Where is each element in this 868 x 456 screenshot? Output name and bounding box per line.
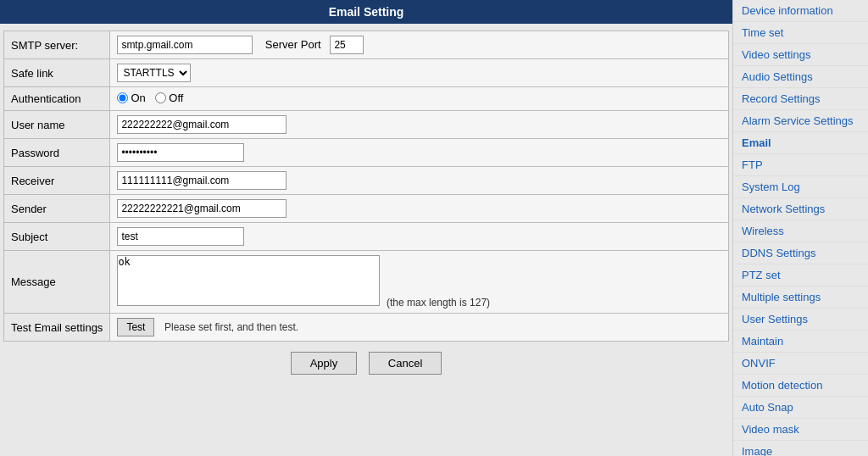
sidebar-link-email[interactable]: Email: [742, 136, 771, 149]
sidebar-link-alarm-service-settings[interactable]: Alarm Service Settings: [742, 114, 854, 127]
test-email-value-cell: Test Please set first, and then test.: [110, 314, 729, 342]
sidebar-link-ftp[interactable]: FTP: [742, 158, 763, 171]
auth-on-text: On: [131, 92, 145, 104]
sidebar-item-auto-snap[interactable]: Auto Snap: [733, 397, 868, 419]
message-max-hint: (the max length is 127): [387, 297, 490, 309]
sidebar-link-user-settings[interactable]: User Settings: [742, 313, 808, 325]
smtp-row: SMTP server: Server Port: [4, 31, 729, 59]
sender-input[interactable]: [117, 199, 287, 218]
safe-link-value-cell: STARTTLS SSL None: [110, 59, 729, 87]
test-button[interactable]: Test: [117, 318, 154, 336]
message-textarea[interactable]: ok: [117, 255, 380, 306]
sidebar-item-email[interactable]: Email: [733, 132, 868, 154]
username-label: User name: [4, 111, 110, 139]
receiver-label: Receiver: [4, 167, 110, 195]
sidebar-item-device-information[interactable]: Device information: [733, 0, 868, 22]
authentication-row: Authentication On Off: [4, 87, 729, 111]
test-hint: Please set first, and then test.: [164, 321, 298, 333]
apply-button[interactable]: Apply: [291, 352, 358, 375]
subject-label: Subject: [4, 223, 110, 251]
sidebar-link-multiple-settings[interactable]: Multiple settings: [742, 291, 821, 303]
receiver-input[interactable]: [117, 171, 287, 190]
subject-value-cell: [110, 223, 729, 251]
sidebar-item-ftp[interactable]: FTP: [733, 154, 868, 176]
sidebar-link-system-log[interactable]: System Log: [742, 181, 800, 193]
cancel-button[interactable]: Cancel: [369, 352, 442, 375]
button-row: Apply Cancel: [3, 342, 729, 385]
sidebar-item-onvif[interactable]: ONVIF: [733, 353, 868, 375]
sidebar-item-system-log[interactable]: System Log: [733, 176, 868, 198]
safe-link-row: Safe link STARTTLS SSL None: [4, 59, 729, 87]
sidebar-link-video-mask[interactable]: Video mask: [742, 423, 799, 436]
auth-off-label[interactable]: Off: [155, 92, 183, 104]
username-row: User name: [4, 111, 729, 139]
message-value-cell: ok (the max length is 127): [110, 251, 729, 314]
auth-off-radio[interactable]: [155, 92, 166, 103]
safe-link-select[interactable]: STARTTLS SSL None: [117, 64, 191, 82]
sidebar-link-ptz-set[interactable]: PTZ set: [742, 269, 781, 281]
smtp-input[interactable]: [117, 36, 253, 54]
sidebar-item-maintain[interactable]: Maintain: [733, 331, 868, 353]
sidebar-item-video-mask[interactable]: Video mask: [733, 419, 868, 441]
sidebar-item-motion-detection[interactable]: Motion detection: [733, 375, 868, 397]
password-row: Password: [4, 139, 729, 167]
sidebar-item-user-settings[interactable]: User Settings: [733, 309, 868, 331]
sidebar-link-network-settings[interactable]: Network Settings: [742, 203, 825, 215]
username-input[interactable]: [117, 115, 287, 134]
sidebar-item-network-settings[interactable]: Network Settings: [733, 198, 868, 220]
sidebar-link-video-settings[interactable]: Video settings: [742, 48, 810, 61]
sidebar-item-audio-settings[interactable]: Audio Settings: [733, 66, 868, 88]
sidebar-item-wireless[interactable]: Wireless: [733, 220, 868, 242]
sidebar-item-alarm-service-settings[interactable]: Alarm Service Settings: [733, 110, 868, 132]
sidebar-link-ddns-settings[interactable]: DDNS Settings: [742, 247, 815, 259]
sidebar-link-motion-detection[interactable]: Motion detection: [742, 379, 822, 392]
page-title: Email Setting: [0, 0, 732, 24]
sidebar-item-image[interactable]: Image: [733, 441, 868, 456]
settings-form: SMTP server: Server Port Safe link S: [3, 31, 729, 342]
sidebar-link-device-information[interactable]: Device information: [742, 4, 833, 17]
sender-label: Sender: [4, 195, 110, 223]
username-value-cell: [110, 111, 729, 139]
receiver-value-cell: [110, 167, 729, 195]
sidebar-link-time-set[interactable]: Time set: [742, 26, 783, 39]
sidebar-item-video-settings[interactable]: Video settings: [733, 44, 868, 66]
password-input[interactable]: [117, 143, 244, 162]
smtp-label: SMTP server:: [4, 31, 110, 59]
sender-row: Sender: [4, 195, 729, 223]
subject-input[interactable]: [117, 227, 244, 246]
password-value-cell: [110, 139, 729, 167]
server-port-input[interactable]: [330, 36, 364, 54]
test-email-row: Test Email settings Test Please set firs…: [4, 314, 729, 342]
sidebar-link-auto-snap[interactable]: Auto Snap: [742, 401, 793, 414]
sender-value-cell: [110, 195, 729, 223]
sidebar-link-record-settings[interactable]: Record Settings: [742, 92, 821, 105]
auth-on-label[interactable]: On: [117, 92, 145, 104]
sidebar-link-image[interactable]: Image: [742, 445, 772, 456]
main-content: Email Setting SMTP server: Server Port: [0, 0, 732, 456]
message-label: Message: [4, 251, 110, 314]
receiver-row: Receiver: [4, 167, 729, 195]
form-container: SMTP server: Server Port Safe link S: [0, 24, 732, 456]
sidebar-item-multiple-settings[interactable]: Multiple settings: [733, 286, 868, 309]
authentication-value-cell: On Off: [110, 87, 729, 111]
safe-link-label: Safe link: [4, 59, 110, 87]
auth-off-text: Off: [169, 92, 183, 104]
test-email-label: Test Email settings: [4, 314, 110, 342]
sidebar-link-wireless[interactable]: Wireless: [742, 225, 784, 237]
smtp-value-cell: Server Port: [110, 31, 729, 59]
sidebar-item-record-settings[interactable]: Record Settings: [733, 88, 868, 110]
sidebar-item-time-set[interactable]: Time set: [733, 22, 868, 44]
sidebar-link-audio-settings[interactable]: Audio Settings: [742, 70, 813, 83]
sidebar: Device informationTime setVideo settings…: [732, 0, 868, 456]
subject-row: Subject: [4, 223, 729, 251]
sidebar-link-onvif[interactable]: ONVIF: [742, 357, 776, 370]
sidebar-item-ddns-settings[interactable]: DDNS Settings: [733, 242, 868, 264]
auth-on-radio[interactable]: [117, 92, 128, 103]
sidebar-item-ptz-set[interactable]: PTZ set: [733, 264, 868, 286]
server-port-label: Server Port: [265, 38, 321, 51]
sidebar-link-maintain[interactable]: Maintain: [742, 335, 783, 348]
message-row: Message ok (the max length is 127): [4, 251, 729, 314]
authentication-label: Authentication: [4, 87, 110, 111]
password-label: Password: [4, 139, 110, 167]
